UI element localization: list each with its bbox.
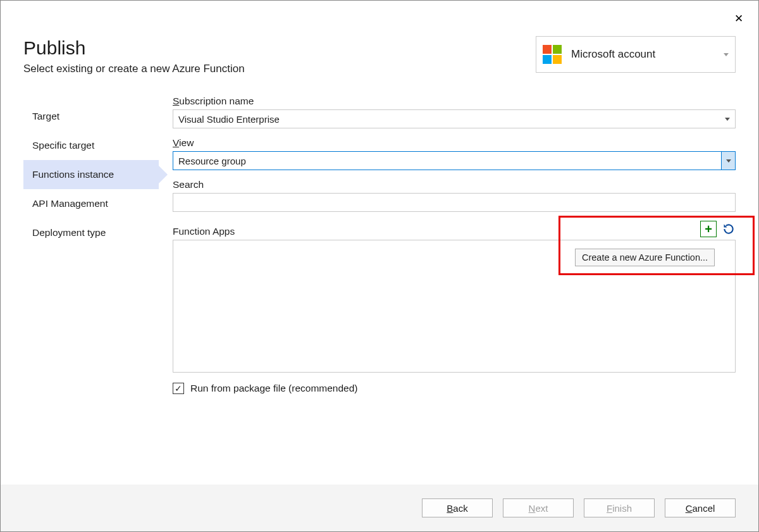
- back-button[interactable]: Back: [422, 498, 493, 517]
- refresh-button[interactable]: [722, 222, 736, 236]
- sidebar-item-label: API Management: [32, 198, 108, 209]
- account-label: Microsoft account: [571, 48, 724, 61]
- chevron-down-icon: [725, 118, 730, 121]
- publish-steps-sidebar: Target Specific target Functions instanc…: [23, 96, 159, 485]
- view-dropdown[interactable]: Resource group: [173, 151, 736, 170]
- sidebar-item-deployment-type[interactable]: Deployment type: [23, 218, 159, 247]
- sidebar-item-target[interactable]: Target: [23, 102, 159, 131]
- view-label: View: [173, 137, 736, 149]
- sidebar-item-label: Deployment type: [32, 227, 106, 238]
- close-icon[interactable]: ✕: [734, 12, 743, 25]
- dialog-footer: Back Next Finish Cancel: [1, 485, 758, 531]
- search-input[interactable]: [173, 193, 736, 212]
- cancel-button[interactable]: Cancel: [665, 498, 736, 517]
- finish-button[interactable]: Finish: [584, 498, 655, 517]
- refresh-icon: [722, 223, 735, 235]
- sidebar-item-label: Functions instance: [32, 169, 114, 180]
- sidebar-item-functions-instance[interactable]: Functions instance: [23, 160, 159, 189]
- sidebar-item-specific-target[interactable]: Specific target: [23, 131, 159, 160]
- create-new-function-button[interactable]: +: [700, 221, 717, 237]
- sidebar-item-label: Target: [32, 111, 59, 122]
- chevron-down-icon: [724, 53, 729, 56]
- plus-icon: +: [705, 222, 712, 237]
- view-value: Resource group: [178, 156, 246, 166]
- chevron-down-icon: [726, 159, 731, 163]
- subscription-name-dropdown[interactable]: Visual Studio Enterprise: [173, 109, 736, 128]
- publish-dialog: ✕ Microsoft account Publish Select exist…: [0, 0, 759, 532]
- function-apps-label: Function Apps: [173, 226, 235, 237]
- create-new-function-tooltip: Create a new Azure Function...: [575, 249, 715, 266]
- next-button[interactable]: Next: [503, 498, 574, 517]
- run-from-package-checkbox[interactable]: ✓: [173, 383, 184, 394]
- subscription-name-value: Visual Studio Enterprise: [178, 114, 280, 125]
- form-area: Subscription name Visual Studio Enterpri…: [159, 96, 736, 485]
- sidebar-item-api-management[interactable]: API Management: [23, 189, 159, 218]
- account-dropdown[interactable]: Microsoft account: [536, 36, 736, 73]
- dialog-body: Target Specific target Functions instanc…: [1, 75, 758, 485]
- search-label: Search: [173, 179, 736, 190]
- sidebar-item-label: Specific target: [32, 140, 94, 151]
- subscription-label: Subscription name: [173, 96, 736, 107]
- run-from-package-label: Run from package file (recommended): [190, 383, 357, 394]
- microsoft-logo-icon: [543, 45, 562, 64]
